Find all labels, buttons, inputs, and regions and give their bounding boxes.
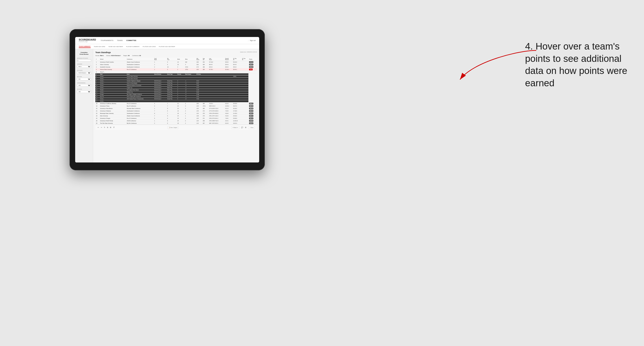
table-row-highlighted[interactable]: 4 Arizona State University Pac-12 Confer… — [95, 68, 257, 71]
tooltip-header-row: # Team Event Event Division Event Type R… — [95, 73, 257, 76]
tooltip-row: 12 Florida I The Cypress Point Classic N… — [95, 89, 257, 91]
table-row[interactable]: 26 The Ohio State University Big Ten Con… — [95, 122, 257, 125]
sign-out-button[interactable]: Sign out — [250, 40, 256, 41]
logo-area: SCOREBOARD Powered by clippi — [79, 38, 96, 42]
conference-select[interactable]: (All) — [77, 84, 91, 87]
share-button[interactable]: ↗ Share — [248, 126, 255, 129]
col-wins: Wins — [184, 58, 196, 61]
refresh-icon[interactable]: ↻ — [104, 127, 105, 128]
annotation-arrow — [451, 44, 541, 89]
col-vs50: Vs Top50 — [242, 58, 248, 61]
sub-nav-player-h2h-grid[interactable]: PLAYER H2H GRID — [143, 45, 156, 48]
paste-icon[interactable]: ⊞ — [110, 127, 111, 128]
annotation-container: 4. Hover over a team's points to see add… — [525, 40, 637, 89]
points-badge[interactable]: 83.41 — [249, 113, 253, 114]
table-row[interactable]: 23 Duke University Atlantic Coast Confer… — [95, 115, 257, 117]
table-row[interactable]: 25 University of North Florida ASUN Conf… — [95, 120, 257, 122]
division-select[interactable]: NCAA Division I — [77, 71, 91, 74]
col-rank: # — [95, 58, 100, 61]
table-row[interactable]: 19 University of Texas Big 12 Conference… — [95, 105, 257, 107]
clock-icon[interactable]: ⏱ — [113, 127, 115, 128]
table-row[interactable]: 1 University of North Carolina Atlantic … — [95, 61, 257, 63]
sub-nav: TEAM SUMMARY TEAM H2H GRID TEAM H2H HEAT… — [75, 44, 259, 49]
tooltip-row: 9 Univers... Amer An Intercollegiate NCA… — [95, 82, 257, 84]
points-badge[interactable]: 97.03 — [249, 61, 253, 63]
table-row[interactable]: 24 University of Oregon Pac-12 Conferenc… — [95, 117, 257, 120]
watch-button[interactable]: 👁 Watch ▼ — [231, 126, 240, 129]
col-bnds: Bnds — [177, 58, 185, 61]
nav-teams[interactable]: TEAMS — [117, 39, 123, 42]
division-filter: Division: NCAA Division I — [106, 55, 121, 56]
points-badge[interactable]: 93.31 — [249, 64, 253, 65]
tooltip-row: 7 Univers... Arizona State University — [95, 78, 257, 80]
sub-nav-player-summary[interactable]: PLAYER SUMMARY — [126, 45, 140, 48]
tablet-frame: SCOREBOARD Powered by clippi TOURNAMENTS… — [70, 29, 265, 170]
tablet-screen: SCOREBOARD Powered by clippi TOURNAMENTS… — [75, 37, 259, 163]
content-header: Team Standings Update time: 13/03/2024 1… — [95, 51, 257, 54]
main-nav: TOURNAMENTS TEAMS COMMITTEE — [100, 39, 248, 42]
points-badge[interactable]: 90.20 — [249, 66, 253, 68]
table-row[interactable]: 21 University of Alabama Southeastern Co… — [95, 110, 257, 112]
table-row[interactable]: 5 Texas T... — [95, 71, 257, 73]
col-vs25: Vs Top25 — [232, 58, 242, 61]
nav-tournaments[interactable]: TOURNAMENTS — [100, 39, 113, 42]
sub-nav-team-h2h-grid[interactable]: TEAM H2H GRID — [94, 45, 105, 48]
sub-nav-player-h2h-heatmap[interactable]: PLAYER H2H HEATMAP — [159, 45, 175, 48]
sidebar-region: Region N/A — [77, 76, 91, 80]
min-rounds-input[interactable] — [77, 59, 91, 62]
copy-icon[interactable]: ⧉ — [107, 127, 108, 128]
region-select[interactable]: N/A — [77, 78, 91, 80]
points-badge[interactable]: 88.07 — [249, 103, 253, 104]
bottom-toolbar: ↩ ↪ ↻ ⧉ ⊞ ⏱ 📋 View: Original 👁 Watch ▼ 💬… — [95, 125, 257, 130]
gender-select[interactable]: Men's — [77, 65, 91, 68]
app-header: SCOREBOARD Powered by clippi TOURNAMENTS… — [75, 37, 259, 44]
table-row[interactable]: 18 University of California, Berkeley Pa… — [95, 102, 257, 105]
points-badge[interactable]: 88.49 — [249, 108, 253, 109]
col-low: LowScore — [208, 58, 224, 61]
tooltip-row: 13 Univers... Williams Cup NCAA Division… — [95, 91, 257, 93]
points-badge-highlighted[interactable]: 79.5 — [249, 69, 253, 70]
school-select[interactable]: (All) — [77, 90, 91, 93]
comment-icon[interactable]: 💬 — [241, 127, 243, 128]
sub-nav-team-h2h-heatmap[interactable]: TEAM H2H HEATMAP — [108, 45, 123, 48]
table-row[interactable]: 2 Auburn University Southeastern Confere… — [95, 63, 257, 66]
sub-nav-team-summary[interactable]: TEAM SUMMARY — [79, 45, 91, 48]
sidebar-conference: Conference (All) — [77, 82, 91, 87]
points-badge[interactable]: 88.71 — [249, 115, 253, 117]
view-original-button[interactable]: 📋 View: Original — [168, 126, 178, 129]
annotation-text: 4. Hover over a team's points to see add… — [525, 40, 637, 89]
table-row[interactable]: 20 University of New Mexico Mountain Wes… — [95, 107, 257, 110]
col-conference: Conference — [126, 58, 154, 61]
conference-filter: Conference: All — [132, 55, 141, 56]
table-header-row: # School Conference ConfRank NoTour Bnds… — [95, 58, 257, 61]
table-row[interactable]: 22 Mississippi State University Southeas… — [95, 112, 257, 115]
grid-icon[interactable]: ⊞ — [245, 127, 246, 128]
points-badge[interactable]: 88.43 — [249, 110, 253, 112]
update-time: Update time: 13/03/2024 10:03:42 — [240, 51, 257, 53]
table-row[interactable]: 3 Vanderbilt University Southeastern Con… — [95, 66, 257, 68]
standings-title: Team Standings — [95, 51, 111, 54]
points-badge[interactable]: 83.94 — [249, 122, 253, 124]
redo-icon[interactable]: ↪ — [101, 127, 102, 128]
gender-filter: Gender: Men's — [95, 55, 104, 56]
standings-table: # School Conference ConfRank NoTour Bnds… — [95, 58, 257, 125]
tooltip-row: 6 Univers... Arizona State University 13… — [95, 76, 257, 78]
points-badge[interactable]: 86.14 — [249, 117, 253, 119]
sidebar: CommitteePortal Review Minimum Rounds Ge… — [75, 49, 93, 163]
nav-committee[interactable]: COMMITTEE — [126, 39, 136, 42]
col-points: Points — [248, 58, 257, 61]
sidebar-title: CommitteePortal Review — [77, 52, 91, 55]
points-badge[interactable]: 88.70 — [249, 105, 253, 107]
filter-row: Gender: Men's Division: NCAA Division I … — [95, 55, 257, 56]
col-no-tour: NoTour — [166, 58, 176, 61]
tooltip-row: 8 Univers... Southern Highlands Collegia… — [95, 80, 257, 82]
app-logo-sub: Powered by clippi — [79, 41, 96, 42]
points-badge[interactable]: 83.89 — [249, 120, 253, 122]
undo-icon[interactable]: ↩ — [98, 127, 99, 128]
main-content: CommitteePortal Review Minimum Rounds Ge… — [75, 49, 259, 163]
tooltip-row: 16 Univers... 2023 Sahalee Players Champ… — [95, 98, 257, 100]
col-school: School — [100, 58, 126, 61]
region-filter: Region: All — [124, 55, 130, 56]
tooltip-row: 15 East Tec OFCC Fighting Illini Invitat… — [95, 96, 257, 98]
col-avg-sg: AvgSG — [202, 58, 208, 61]
